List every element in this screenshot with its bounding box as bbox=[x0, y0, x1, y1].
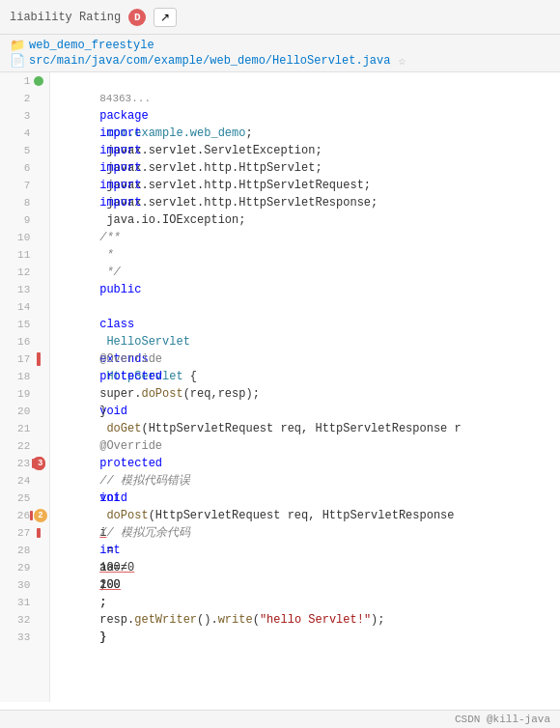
indent bbox=[99, 474, 155, 488]
line-number: 8 bbox=[0, 197, 30, 209]
line-number: 21 bbox=[0, 423, 30, 434]
indent bbox=[99, 439, 127, 453]
breadcrumb-project[interactable]: 📁 web_demo_freestyle bbox=[10, 38, 550, 53]
line-number: 14 bbox=[0, 301, 30, 313]
indent bbox=[99, 457, 155, 470]
line-number: 33 bbox=[0, 631, 30, 643]
code-brace: } bbox=[99, 405, 106, 418]
keyword-class: class bbox=[99, 318, 134, 331]
line-num-row: 28 bbox=[0, 542, 49, 559]
keyword-public: public bbox=[99, 283, 141, 296]
line-num-row: 32 bbox=[0, 611, 49, 629]
green-dot-icon bbox=[34, 76, 43, 86]
line-number: 22 bbox=[0, 440, 30, 452]
keyword-import: import bbox=[99, 196, 141, 210]
line-number: 3 bbox=[0, 110, 30, 122]
line-number: 13 bbox=[0, 284, 30, 295]
code-brace: } bbox=[99, 630, 106, 644]
line-number: 9 bbox=[0, 214, 30, 226]
code-line-12: public class HelloServlet extends HttpSe… bbox=[58, 264, 560, 281]
trend-button[interactable]: ↗ bbox=[154, 8, 177, 27]
line-number: 32 bbox=[0, 614, 30, 626]
code-line-30: resp.getWriter().write("hello Servlet!")… bbox=[58, 576, 560, 594]
line-num-row: 12 bbox=[0, 264, 49, 281]
line-number: 27 bbox=[0, 527, 30, 539]
indent bbox=[99, 387, 127, 401]
line-num-row: 27 bbox=[0, 524, 49, 542]
keyword-import: import bbox=[99, 179, 141, 192]
header-bar: liability Rating D ↗ bbox=[0, 0, 560, 35]
line-num-row: 20 bbox=[0, 403, 49, 420]
line-number: 30 bbox=[0, 579, 30, 591]
warn-badge-icon: 2 bbox=[34, 509, 47, 522]
line-num-row: 9 bbox=[0, 211, 49, 229]
indent bbox=[99, 335, 127, 349]
code-text: resp.getWriter().write("hello Servlet!")… bbox=[99, 613, 384, 627]
line-num-row: 6 bbox=[0, 159, 49, 177]
line-number: 2 bbox=[0, 93, 30, 104]
indent bbox=[99, 596, 155, 609]
code-content[interactable]: 84363... package com.example.web_demo; i… bbox=[50, 72, 560, 702]
line-num-row: 17 bbox=[0, 350, 49, 368]
folder-icon: 📁 bbox=[10, 38, 25, 53]
rating-badge: D bbox=[128, 9, 146, 26]
breadcrumb-file[interactable]: 📄 src/main/java/com/example/web_demo/Hel… bbox=[10, 53, 550, 69]
comment-text: */ bbox=[99, 266, 121, 279]
line-num-row: 4 bbox=[0, 125, 49, 142]
code-line-1: 84363... package com.example.web_demo; bbox=[58, 72, 560, 90]
code-line-33 bbox=[58, 629, 560, 646]
trend-icon: ↗ bbox=[160, 11, 170, 24]
indent bbox=[99, 544, 155, 557]
line-number: 19 bbox=[0, 388, 30, 400]
line-num-row: 29 bbox=[0, 559, 49, 576]
line-indicator bbox=[32, 76, 45, 86]
line-number: 5 bbox=[0, 145, 30, 156]
line-num-row: 2 bbox=[0, 90, 49, 107]
line-number: 20 bbox=[0, 406, 30, 417]
indent bbox=[99, 352, 127, 366]
indent bbox=[99, 422, 127, 435]
line-num-row: 13 bbox=[0, 281, 49, 298]
line-number: 28 bbox=[0, 545, 30, 556]
star-icon[interactable]: ☆ bbox=[398, 53, 406, 69]
indent bbox=[99, 613, 127, 627]
line-num-row: 18 bbox=[0, 368, 49, 385]
line-number: 15 bbox=[0, 319, 30, 330]
red-bar-icon bbox=[37, 352, 41, 366]
keyword-import: import bbox=[99, 161, 141, 175]
line-num-row: 11 bbox=[0, 246, 49, 264]
line-num-row: 3 bbox=[0, 107, 49, 125]
keyword-import: import bbox=[99, 144, 141, 157]
error-badge-icon: 3 bbox=[32, 457, 45, 470]
line-num-row: 14 bbox=[0, 298, 49, 316]
line-num-row: 26 2 bbox=[0, 507, 49, 524]
keyword-int: int bbox=[99, 491, 121, 505]
line-indicator: 3 bbox=[32, 457, 45, 470]
line-num-row: 31 bbox=[0, 594, 49, 611]
line-num-row: 10 bbox=[0, 229, 49, 246]
line-indicator bbox=[32, 352, 45, 366]
keyword-import: import bbox=[99, 126, 141, 140]
line-num-row: 16 bbox=[0, 333, 49, 350]
code-line-25: // 模拟冗余代码 bbox=[58, 490, 560, 507]
keyword-package: package bbox=[99, 109, 148, 123]
indent bbox=[99, 526, 155, 540]
line-number: 16 bbox=[0, 336, 30, 348]
comment-text: * bbox=[99, 248, 113, 262]
line-number: 26 bbox=[0, 510, 30, 521]
line-number: 1 bbox=[0, 75, 30, 87]
code-line-10: * bbox=[58, 229, 560, 246]
indent bbox=[99, 509, 155, 522]
line-num-row: 8 bbox=[0, 194, 49, 211]
red-bar-left bbox=[32, 459, 34, 468]
line-number: 24 bbox=[0, 475, 30, 487]
line-num-row: 25 bbox=[0, 490, 49, 507]
red-bar-left-26 bbox=[30, 511, 33, 520]
line-num-row: 7 bbox=[0, 177, 49, 194]
line-number: 25 bbox=[0, 492, 30, 504]
line-number: 11 bbox=[0, 249, 30, 261]
line-num-row: 15 bbox=[0, 316, 49, 333]
line-num-row: 22 bbox=[0, 437, 49, 455]
line-num-row: 19 bbox=[0, 385, 49, 403]
line-number: 17 bbox=[0, 353, 30, 365]
